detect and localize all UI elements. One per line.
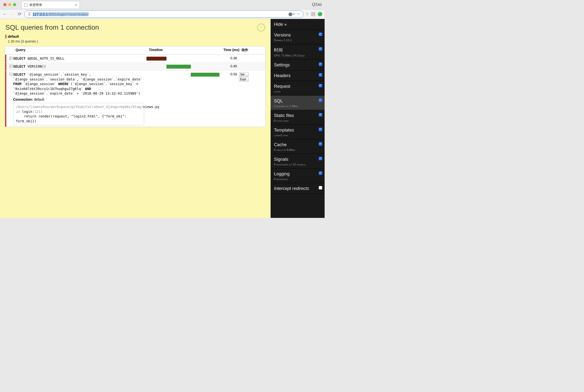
sidebar-item-title: Signals <box>274 157 321 162</box>
sidebar-item-title: Headers <box>274 73 321 78</box>
sidebar-item-subtitle: login2.html <box>274 134 321 137</box>
col-time: Time (ms) <box>222 48 241 52</box>
level-marker <box>5 63 6 70</box>
sidebar-item-subtitle: CPU: 71.69ms (74.11ms) <box>274 54 321 57</box>
sidebar-item-static files[interactable]: Static files0 files used <box>271 110 325 125</box>
db-summary: 1.39 ms (3 queries ) <box>5 40 265 43</box>
sql-row: −SELECT `django_session`.`session_key`, … <box>5 70 265 127</box>
timeline-cell <box>147 56 220 61</box>
time-cell: 0.59 <box>220 72 239 76</box>
sidebar-item-时间[interactable]: 时间CPU: 71.69ms (74.11ms) <box>271 44 325 60</box>
reload-button[interactable]: ⟳ <box>17 12 22 17</box>
sidebar-item-hide[interactable]: Hide <box>271 19 325 30</box>
time-cell: 0.36 <box>220 56 239 60</box>
query-cell: SELECT @@SQL_AUTO_IS_NULL <box>13 56 147 61</box>
sidebar-item-subtitle: 3 queries in 1.39ms <box>274 104 321 108</box>
db-name: default <box>5 34 265 38</box>
sidebar-checkbox[interactable] <box>319 113 322 116</box>
sidebar-checkbox[interactable] <box>319 186 322 190</box>
sidebar-item-subtitle: 6 receivers of 12 signals <box>274 163 321 166</box>
close-panel-button[interactable]: × <box>257 23 265 32</box>
back-button[interactable]: ← <box>3 12 7 17</box>
sidebar-checkbox[interactable] <box>319 172 322 175</box>
sidebar-checkbox[interactable] <box>319 128 322 131</box>
url-text: 127.0.0.1:8001/login/?next=/index/ <box>33 12 89 16</box>
sidebar-item-title: Versions <box>274 32 321 38</box>
col-actions: 动作 <box>241 48 254 52</box>
actions-cell: SelExpl <box>239 72 251 82</box>
traceback: /Users/liwenzhou/workspace/github/CoC/ab… <box>13 103 144 125</box>
sidebar-checkbox[interactable] <box>319 142 322 146</box>
timeline-bar <box>166 65 191 68</box>
col-query: Query <box>16 48 149 52</box>
sidebar-checkbox[interactable] <box>319 32 322 36</box>
window-minimize-button[interactable] <box>8 3 11 6</box>
sidebar-item-signals[interactable]: Signals6 receivers of 12 signals <box>271 154 325 168</box>
address-bar[interactable]: i 127.0.0.1:8001/login/?next=/index/ ⬤━ … <box>24 10 303 18</box>
profile-label[interactable]: Q1mi <box>312 2 322 7</box>
bookmark-star-icon[interactable]: ☆ <box>297 12 300 16</box>
timeline-bar <box>191 73 220 76</box>
query-cell: SELECT VERSION() <box>13 64 147 69</box>
window-controls <box>4 3 16 6</box>
sidebar-item-title: Settings <box>274 62 321 68</box>
sidebar-checkbox[interactable] <box>319 47 322 50</box>
sidebar-checkbox[interactable] <box>319 84 322 87</box>
sidebar-item-settings[interactable]: Settings <box>271 60 325 70</box>
site-info-icon[interactable]: i <box>28 12 31 16</box>
sql-table: Query Timeline Time (ms) 动作 +SELECT @@SQ… <box>5 46 266 127</box>
query-cell: SELECT `django_session`.`session_key`, `… <box>13 72 147 125</box>
sidebar-item-cache[interactable]: Cache0 calls in 0.00ms <box>271 139 325 154</box>
sel-button[interactable]: Sel <box>239 72 249 76</box>
panel-header: SQL queries from 1 connection × <box>0 19 271 34</box>
expand-toggle[interactable]: + <box>8 56 13 60</box>
sidebar-item-subtitle: 0 calls in 0.00ms <box>274 148 321 151</box>
expand-toggle[interactable]: + <box>8 64 13 68</box>
level-marker <box>5 55 6 62</box>
window-maximize-button[interactable] <box>13 3 16 6</box>
panel-title: SQL queries from 1 connection <box>5 24 99 31</box>
sidebar-item-title: Templates <box>274 128 321 133</box>
time-cell: 0.45 <box>220 64 239 68</box>
sidebar-checkbox[interactable] <box>319 62 322 66</box>
extension-v-icon[interactable]: V <box>306 12 309 16</box>
expand-toggle[interactable]: − <box>8 72 13 76</box>
connection-line: Connection: default <box>13 98 144 102</box>
sidebar-item-sql[interactable]: SQL3 queries in 1.39ms <box>271 96 325 110</box>
sidebar-item-subtitle: Django 1.11.1 <box>274 39 321 42</box>
sidebar-item-intercept redirects[interactable]: Intercept redirects <box>271 183 325 194</box>
workspace: SQL queries from 1 connection × default … <box>0 19 325 218</box>
url-actions: ⬤━ ☆ <box>288 12 300 16</box>
extension-dotted-icon[interactable] <box>311 12 315 16</box>
sidebar-checkbox[interactable] <box>319 157 322 160</box>
sidebar-item-versions[interactable]: VersionsDjango 1.11.1 <box>271 30 325 44</box>
sidebar-item-title: Hide <box>274 22 321 27</box>
sidebar-item-headers[interactable]: Headers <box>271 70 325 81</box>
level-marker <box>5 71 6 127</box>
timeline-bar <box>147 57 166 60</box>
extension-area: V <box>306 12 322 16</box>
forward-button: → <box>10 12 15 17</box>
tab-title: 欢迎登录 <box>30 3 73 7</box>
browser-tab[interactable]: 欢迎登录 × <box>22 1 80 8</box>
sidebar-item-request[interactable]: Requestlogin <box>271 81 325 96</box>
extension-upload-icon[interactable] <box>318 12 322 16</box>
sidebar-item-title: Request <box>274 84 321 89</box>
debug-toolbar-sidebar: HideVersionsDjango 1.11.1时间CPU: 71.69ms … <box>271 19 325 218</box>
sidebar-item-subtitle: login <box>274 90 321 93</box>
sidebar-checkbox[interactable] <box>319 73 322 76</box>
timeline-cell <box>147 64 220 69</box>
expl-button[interactable]: Expl <box>239 77 249 82</box>
tab-close-button[interactable]: × <box>75 3 77 7</box>
key-icon[interactable]: ⬤━ <box>288 12 295 16</box>
window-close-button[interactable] <box>4 3 6 6</box>
sidebar-item-subtitle: 0 files used <box>274 119 321 122</box>
sidebar-item-templates[interactable]: Templateslogin2.html <box>271 125 325 139</box>
sidebar-checkbox[interactable] <box>319 98 322 102</box>
sidebar-item-logging[interactable]: Logging0 messages <box>271 168 325 183</box>
sql-row: +SELECT @@SQL_AUTO_IS_NULL0.36 <box>5 54 265 62</box>
timeline-cell <box>147 72 220 77</box>
col-timeline: Timeline <box>149 48 222 53</box>
sidebar-item-title: Intercept redirects <box>274 186 321 191</box>
titlebar: 欢迎登录 × Q1mi <box>0 0 325 9</box>
